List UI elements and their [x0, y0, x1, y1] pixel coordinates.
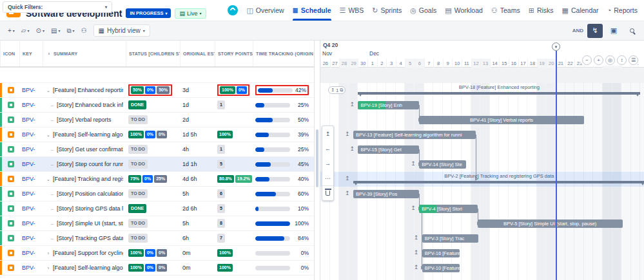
- expand-toggle-icon[interactable]: ⌄: [45, 88, 52, 93]
- table-row-12[interactable]: BPV-›[Feature] Support for cycling, v100…: [0, 246, 314, 261]
- upload-icon[interactable]: ↥: [411, 205, 416, 211]
- add-button[interactable]: +▾: [5, 25, 17, 37]
- table-row-5[interactable]: BPV-–[Story] Get user confirmatioTO DO4h…: [0, 142, 314, 157]
- expand-toggle-icon[interactable]: ›: [45, 251, 52, 256]
- app-avatar[interactable]: [228, 5, 238, 15]
- status-dropdown[interactable]: IN PROGRESS ▾: [126, 8, 171, 18]
- expand-toggle-icon[interactable]: ⌄: [45, 133, 52, 137]
- table-row-7[interactable]: BPV-⌄[Feature] Tracking and register75%0…: [0, 172, 314, 187]
- link-count-badge[interactable]: ↥1⧉: [328, 86, 346, 94]
- nav-wbs[interactable]: ☰WBS: [340, 0, 364, 21]
- arrow-right-button[interactable]: →: [322, 156, 333, 171]
- upload-icon[interactable]: ↥: [414, 265, 419, 270]
- table-row-9[interactable]: BPV-–[Story] Storing GPS data locDONE2d …: [0, 201, 314, 216]
- issue-key[interactable]: BPV-: [22, 205, 35, 212]
- gantt-task-bar[interactable]: BPV-14 [Story] Ste: [419, 160, 466, 169]
- links-button[interactable]: ⧉▾: [64, 25, 77, 37]
- gantt-summary-bar[interactable]: BPV-18 [Feature] Enhanced reporting: [358, 83, 640, 98]
- expand-toggle-icon[interactable]: ⌄: [45, 177, 52, 182]
- table-row-2[interactable]: BPV-–[Story] Enhanced track inforDONE1d1…: [0, 98, 314, 113]
- target-button[interactable]: ◎: [605, 55, 615, 65]
- menu-button[interactable]: ☰: [629, 55, 638, 65]
- upload-icon[interactable]: ↥: [345, 191, 350, 196]
- expand-toggle-icon[interactable]: ›: [45, 266, 52, 270]
- column-header-status-children-sta[interactable]: STATUS [CHILDREN STA: [126, 41, 180, 66]
- issue-key[interactable]: BPV-: [22, 117, 35, 123]
- upload-icon[interactable]: ↥: [349, 102, 355, 107]
- upload-icon[interactable]: ↥: [349, 146, 355, 152]
- gantt-task-bar[interactable]: BPV-10 [Feature] S: [422, 264, 460, 272]
- upload-icon[interactable]: ↥: [345, 131, 350, 137]
- column-header-icon[interactable]: ICON: [0, 41, 19, 66]
- nav-sprints[interactable]: ↻Sprints: [372, 0, 402, 21]
- gantt-task-bar[interactable]: BPV-19 [Story] Enh: [358, 101, 419, 109]
- upload-icon[interactable]: ↥: [345, 176, 350, 182]
- scope-button[interactable]: ▱▾: [19, 25, 32, 37]
- upload-icon[interactable]: ↥: [414, 235, 419, 241]
- search-button[interactable]: [625, 24, 639, 38]
- gantt-task-bar[interactable]: BPV-41 [Story] Verbal reports: [419, 116, 584, 124]
- more-button[interactable]: ⋯: [322, 171, 333, 185]
- nav-risks[interactable]: ⊞Risks: [529, 0, 554, 21]
- issue-key[interactable]: BPV-: [22, 250, 35, 256]
- gantt-task-bar[interactable]: BPV-15 [Story] Get: [358, 145, 419, 154]
- issue-key[interactable]: BPV-: [22, 161, 35, 167]
- arrow-left-button[interactable]: ←: [322, 141, 333, 156]
- pane-divider[interactable]: ‹: [314, 41, 320, 280]
- rows-button[interactable]: ▤▾: [48, 25, 63, 37]
- column-header-story-points[interactable]: STORY POINTS [: [215, 41, 253, 66]
- issue-key[interactable]: BPV-: [22, 265, 35, 271]
- issue-key[interactable]: BPV-: [22, 235, 35, 241]
- view-selector[interactable]: ▦ Hybrid view ▾: [93, 24, 150, 37]
- gantt-task-bar[interactable]: BPV-3 [Story] Trac: [422, 234, 479, 243]
- table-row-6[interactable]: BPV-–[Story] Step count for runninTO DO1…: [0, 157, 314, 172]
- table-row-1[interactable]: BPV-⌄[Feature] Enhanced reporting50%0%50…: [0, 83, 314, 98]
- column-header-key[interactable]: KEY: [19, 41, 43, 66]
- column-header-time-tracking-origin[interactable]: TIME TRACKING (ORIGIN⚙: [253, 41, 314, 66]
- upload-button[interactable]: ↥: [322, 126, 333, 141]
- visibility-button[interactable]: ⊙▾: [34, 25, 47, 37]
- upload-icon[interactable]: ↥: [411, 161, 416, 167]
- gantt-task-bar[interactable]: BPV-16 [Feature] S: [422, 249, 460, 257]
- gantt-summary-bar[interactable]: BPV-2 [Feature] Tracking and registering…: [353, 172, 644, 187]
- nav-overview[interactable]: ◫Overview: [246, 0, 284, 21]
- issue-key[interactable]: BPV-: [22, 220, 35, 227]
- zoom-in-button[interactable]: +: [594, 55, 603, 65]
- zoom-out-button[interactable]: −: [582, 55, 592, 65]
- table-scrollbar-thumb[interactable]: [316, 129, 318, 187]
- issue-key[interactable]: BPV-: [22, 131, 35, 138]
- column-header-summary[interactable]: ›SUMMARY: [43, 41, 126, 66]
- expand-all-icon[interactable]: ›: [46, 51, 52, 56]
- nav-calendar[interactable]: ▦Calendar: [562, 0, 599, 21]
- issue-key[interactable]: BPV-: [22, 87, 35, 93]
- resources-button[interactable]: ⚇: [79, 25, 90, 37]
- column-header-original-estim[interactable]: ORIGINAL ESTIM: [180, 41, 215, 66]
- gantt-task-bar[interactable]: BPV-4 [Story] Stori: [419, 205, 478, 213]
- live-dropdown[interactable]: ▤ Live ▾: [175, 8, 206, 19]
- table-row-13[interactable]: BPV-›[Feature] Self-learning algorith100…: [0, 261, 314, 275]
- quick-filters-select[interactable]: Quick Filters: ▾: [3, 1, 112, 13]
- table-row-10[interactable]: BPV-–[Story] Simple UI (start, stopTO DO…: [0, 216, 314, 231]
- table-row-8[interactable]: BPV-–[Story] Position calculationTO DO5h…: [0, 187, 314, 201]
- issue-key[interactable]: BPV-: [22, 102, 35, 108]
- trash-button[interactable]: [322, 185, 333, 200]
- gantt-task-bar[interactable]: BPV-39 [Story] Pos: [353, 190, 419, 198]
- gantt-task-bar[interactable]: BPV-13 [Feature] Self-learning algorithm…: [353, 131, 476, 139]
- upload-icon[interactable]: ↥: [414, 250, 419, 256]
- nav-workload[interactable]: ▤Workload: [445, 0, 483, 21]
- auto-actions-button[interactable]: ↯: [587, 24, 603, 38]
- issue-key[interactable]: BPV-: [22, 191, 35, 197]
- fit-button[interactable]: ↕: [617, 55, 627, 65]
- nav-schedule[interactable]: ≣Schedule: [293, 0, 331, 21]
- nav-teams[interactable]: ⚇Teams: [491, 0, 520, 21]
- table-row-3[interactable]: BPV-–[Story] Verbal reportsTO DO2d50%: [0, 113, 314, 127]
- nav-goals[interactable]: ◎Goals: [410, 0, 436, 21]
- issue-key[interactable]: BPV-: [22, 146, 35, 153]
- gantt-task-bar[interactable]: BPV-5 [Story] Simple UI (start, stop, pa…: [478, 219, 623, 228]
- issue-key[interactable]: BPV-: [22, 176, 35, 182]
- box-button[interactable]: ▣: [607, 24, 621, 38]
- today-marker[interactable]: ▾: [552, 42, 560, 51]
- table-row-4[interactable]: BPV-⌄[Feature] Self-learning algorith100…: [0, 127, 314, 142]
- nav-reports[interactable]: ◔Reports: [607, 0, 638, 21]
- table-row-11[interactable]: BPV-–[Story] Tracking GPS dataTO DO6h784…: [0, 231, 314, 246]
